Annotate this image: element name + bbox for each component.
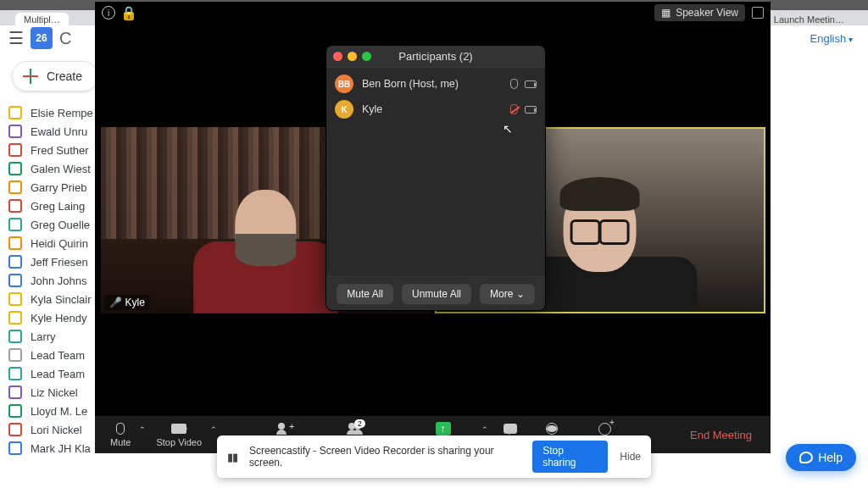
- calendar-name: Greg Laing: [31, 200, 85, 213]
- mute-button[interactable]: Mute: [103, 422, 137, 447]
- checkbox-icon[interactable]: [8, 255, 22, 269]
- checkbox-icon[interactable]: [8, 311, 22, 324]
- fullscreen-icon[interactable]: [752, 7, 764, 19]
- reactions-icon: [598, 423, 611, 435]
- calendar-name: Elsie Rempe: [31, 107, 93, 119]
- calendar-name: Lori Nickel: [31, 424, 82, 436]
- mute-all-button[interactable]: Mute All: [337, 284, 393, 304]
- calendar-name: Heidi Quirin: [31, 237, 88, 250]
- participant-name: Kyle: [362, 103, 502, 115]
- audio-options-caret[interactable]: ⌃: [139, 425, 147, 444]
- checkbox-icon[interactable]: [8, 180, 22, 194]
- maximize-icon[interactable]: [362, 52, 371, 61]
- checkbox-icon[interactable]: [8, 125, 22, 138]
- checkbox-icon[interactable]: [8, 143, 22, 157]
- help-icon: [799, 452, 813, 463]
- checkbox-icon[interactable]: [8, 218, 22, 231]
- calendar-name: Lead Team: [31, 368, 85, 380]
- help-label: Help: [818, 451, 843, 464]
- window-traffic-lights[interactable]: [333, 52, 371, 61]
- participant-name: Ben Born (Host, me): [362, 78, 502, 90]
- calendar-name: Fred Suther: [31, 144, 89, 157]
- checkbox-icon[interactable]: [8, 162, 22, 175]
- calendar-name: Kyle Hendy: [31, 312, 86, 324]
- camera-icon: [171, 424, 186, 434]
- plus-icon: [23, 69, 38, 84]
- hide-banner-button[interactable]: Hide: [620, 451, 641, 463]
- calendar-title: C: [59, 29, 71, 48]
- mic-icon[interactable]: [510, 79, 518, 89]
- info-icon[interactable]: i: [102, 6, 115, 19]
- chat-icon: [504, 424, 517, 434]
- camera-icon[interactable]: [525, 80, 537, 88]
- grid-icon: ▦: [661, 7, 670, 19]
- participants-more-button[interactable]: More: [480, 284, 535, 304]
- checkbox-icon[interactable]: [8, 274, 22, 287]
- calendar-name: Jeff Friesen: [31, 256, 88, 269]
- participants-titlebar[interactable]: Participants (2): [326, 46, 545, 68]
- avatar: BB: [335, 75, 353, 93]
- checkbox-icon[interactable]: [8, 423, 22, 436]
- avatar: K: [335, 100, 353, 119]
- calendar-name: Greg Ouelle: [31, 219, 90, 231]
- screencastify-banner: ▮▮ Screencastify - Screen Video Recorder…: [217, 435, 651, 478]
- create-label: Create: [47, 69, 82, 83]
- mic-icon: [116, 423, 125, 435]
- close-icon[interactable]: [333, 52, 342, 61]
- calendar-name: Galen Wiest: [31, 163, 91, 175]
- participant-row[interactable]: KKyle: [326, 97, 545, 122]
- muted-mic-icon[interactable]: [510, 104, 518, 114]
- calendar-name: Garry Prieb: [31, 181, 86, 194]
- speaker-view-label: Speaker View: [676, 7, 738, 19]
- help-button[interactable]: Help: [786, 444, 856, 471]
- checkbox-icon[interactable]: [8, 441, 22, 455]
- share-icon: ↑: [436, 422, 451, 435]
- checkbox-icon[interactable]: [8, 348, 22, 362]
- calendar-name: Lloyd M. Le: [31, 405, 87, 418]
- sharing-message: Screencastify - Screen Video Recorder is…: [249, 445, 520, 469]
- participants-panel: Participants (2) BBBen Born (Host, me)KK…: [326, 45, 546, 311]
- calendar-name: Liz Nickel: [31, 386, 78, 399]
- language-selector[interactable]: English: [810, 32, 853, 45]
- checkbox-icon[interactable]: [8, 292, 22, 306]
- checkbox-icon[interactable]: [8, 404, 22, 418]
- camera-icon[interactable]: [525, 106, 537, 114]
- create-button[interactable]: Create: [12, 61, 98, 92]
- checkbox-icon[interactable]: [8, 106, 22, 119]
- calendar-name: Larry: [31, 330, 56, 343]
- tile-nameplate: 🎤 Kyle: [104, 295, 150, 310]
- speaker-view-button[interactable]: ▦ Speaker View: [654, 4, 745, 21]
- end-meeting-button[interactable]: End Meeting: [680, 429, 762, 441]
- checkbox-icon[interactable]: [8, 199, 22, 213]
- browser-tab-left[interactable]: Multipl…: [15, 13, 69, 26]
- muted-mic-icon: 🎤: [109, 297, 122, 308]
- calendar-name: Kyla Sinclair: [31, 293, 92, 306]
- participants-list: BBBen Born (Host, me)KKyle: [326, 68, 545, 276]
- stop-sharing-button[interactable]: Stop sharing: [532, 441, 608, 473]
- participant-row[interactable]: BBBen Born (Host, me): [326, 71, 545, 97]
- checkbox-icon[interactable]: [8, 385, 22, 399]
- minimize-icon[interactable]: [348, 52, 357, 61]
- hamburger-icon[interactable]: ☰: [8, 28, 24, 48]
- encryption-lock-icon[interactable]: 🔒: [120, 5, 137, 21]
- pause-icon[interactable]: ▮▮: [227, 451, 237, 463]
- participants-title: Participants (2): [398, 50, 472, 63]
- calendar-name: John Johns: [31, 274, 87, 287]
- checkbox-icon[interactable]: [8, 236, 22, 250]
- stop-video-button[interactable]: Stop Video: [149, 422, 209, 447]
- calendar-name: Mark JH Kla: [31, 442, 91, 455]
- checkbox-icon[interactable]: [8, 367, 22, 380]
- checkbox-icon[interactable]: [8, 330, 22, 343]
- unmute-all-button[interactable]: Unmute All: [402, 284, 471, 304]
- calendar-name: Ewald Unru: [31, 125, 87, 138]
- invite-icon: +: [276, 423, 292, 435]
- calendar-logo-icon: 26: [31, 27, 53, 49]
- record-icon: [546, 423, 558, 435]
- browser-tab-right[interactable]: Launch Meetin…: [765, 13, 853, 26]
- participant-count-badge: 2: [354, 419, 365, 428]
- calendar-name: Lead Team: [31, 349, 85, 362]
